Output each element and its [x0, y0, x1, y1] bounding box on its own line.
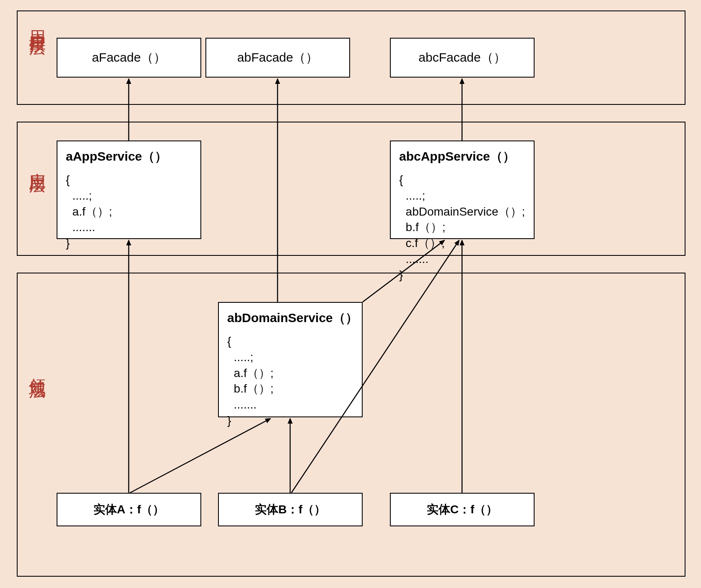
facade-a-title: aFacade（）: [92, 49, 166, 66]
entity-b: 实体B：f（）: [218, 493, 363, 526]
service-ab-domain-body: { .....; a.f（）; b.f（）; ....... }: [219, 333, 362, 435]
facade-ab: abFacade（）: [205, 38, 350, 78]
layer-domain-label: 领域层: [26, 365, 49, 372]
entity-c: 实体C：f（）: [390, 493, 535, 526]
layer-ui-label: 用户接口层: [26, 17, 49, 29]
layer-app-label: 应用层: [26, 159, 49, 167]
entity-a: 实体A：f（）: [57, 493, 201, 526]
entity-b-label: 实体B：f（）: [255, 502, 326, 518]
service-abc-app: abcAppService（） { .....; abDomainService…: [390, 140, 535, 239]
service-a-app-title: aAppService（）: [57, 141, 200, 172]
entity-c-label: 实体C：f（）: [427, 502, 498, 518]
service-a-app: aAppService（） { .....; a.f（）; ....... }: [57, 140, 201, 239]
facade-abc: abcFacade（）: [390, 38, 535, 78]
facade-abc-title: abcFacade（）: [418, 49, 506, 66]
facade-ab-title: abFacade（）: [237, 49, 318, 66]
service-ab-domain: abDomainService（） { .....; a.f（）; b.f（）;…: [218, 302, 363, 417]
entity-a-label: 实体A：f（）: [93, 502, 165, 518]
service-a-app-body: { .....; a.f（）; ....... }: [57, 172, 200, 258]
service-abc-app-body: { .....; abDomainService（）; b.f（）; c.f（）…: [391, 172, 534, 290]
service-abc-app-title: abcAppService（）: [391, 141, 534, 172]
diagram-canvas: 用户接口层 应用层 领域层 aFacade（） abFacade（） abcFa…: [0, 0, 701, 588]
service-ab-domain-title: abDomainService（）: [219, 303, 362, 333]
facade-a: aFacade（）: [57, 38, 201, 78]
